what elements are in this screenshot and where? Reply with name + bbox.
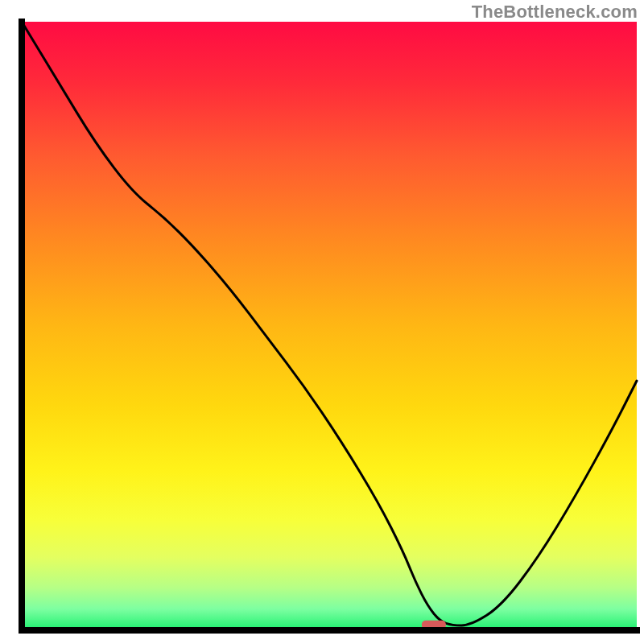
bottleneck-chart: [0, 0, 644, 644]
watermark-text: TheBottleneck.com: [472, 2, 638, 23]
heat-gradient-background: [22, 22, 637, 630]
